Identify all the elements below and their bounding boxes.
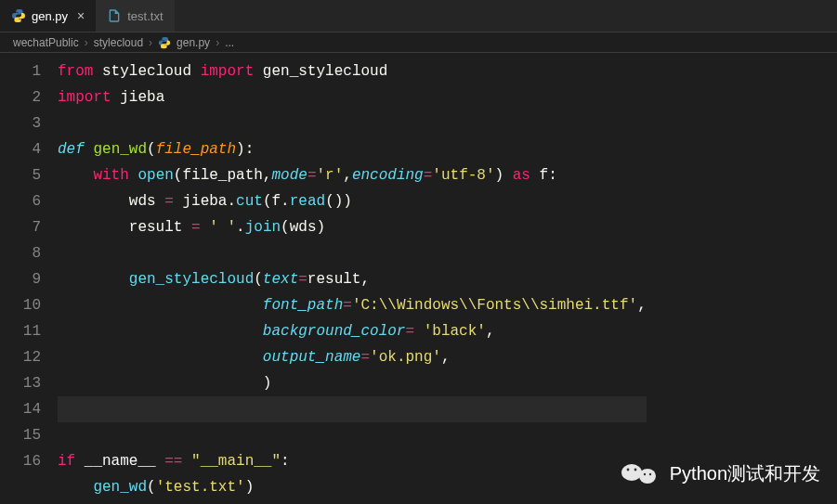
svg-point-3 — [634, 469, 636, 472]
python-icon — [11, 8, 26, 23]
breadcrumb-trailing[interactable]: ... — [225, 36, 234, 49]
line-number: 3 — [0, 110, 41, 136]
line-number: 10 — [0, 292, 41, 318]
chevron-right-icon: › — [216, 36, 219, 49]
code-line[interactable]: with open(file_path,mode='r',encoding='u… — [58, 167, 557, 184]
tab-gen-py[interactable]: gen.py × — [0, 0, 96, 32]
line-number: 9 — [0, 266, 41, 292]
code-line[interactable]: background_color= 'black', — [58, 323, 495, 340]
chevron-right-icon: › — [85, 36, 88, 49]
svg-point-0 — [621, 464, 642, 481]
code-line[interactable]: def gen_wd(file_path): — [58, 141, 254, 158]
code-line[interactable]: font_path='C:\\Windows\\Fonts\\simhei.tt… — [58, 297, 647, 314]
code-line[interactable] — [58, 115, 67, 132]
close-icon[interactable]: × — [77, 8, 85, 23]
watermark-text: Python测试和开发 — [670, 461, 820, 486]
svg-point-5 — [649, 473, 651, 475]
line-number: 14 — [0, 396, 41, 422]
code-line[interactable]: gen_wd('test.txt') — [58, 479, 254, 496]
line-number: 4 — [0, 136, 41, 162]
line-number: 8 — [0, 240, 41, 266]
line-number: 1 — [0, 58, 41, 84]
code-line[interactable]: wds = jieba.cut(f.read()) — [58, 193, 352, 210]
line-number: 11 — [0, 318, 41, 344]
line-number: 5 — [0, 162, 41, 188]
line-number: 12 — [0, 344, 41, 370]
svg-point-2 — [626, 469, 629, 472]
tab-bar: gen.py × test.txt — [0, 0, 837, 32]
code-line[interactable]: result = ' '.join(wds) — [58, 219, 325, 236]
python-icon — [158, 36, 171, 49]
tab-label: gen.py — [32, 9, 68, 23]
code-line[interactable]: gen_stylecloud(text=result, — [58, 271, 370, 288]
line-number: 13 — [0, 370, 41, 396]
watermark: Python测试和开发 — [620, 459, 820, 487]
text-file-icon — [107, 8, 122, 23]
svg-point-4 — [644, 473, 646, 475]
breadcrumb-segment[interactable]: gen.py — [177, 36, 210, 49]
line-number: 16 — [0, 448, 41, 474]
code-line[interactable] — [58, 396, 647, 422]
line-number: 15 — [0, 422, 41, 448]
code-line[interactable]: if __name__ == "__main__": — [58, 453, 290, 470]
tab-test-txt[interactable]: test.txt — [96, 0, 174, 32]
code-line[interactable]: from stylecloud import gen_stylecloud — [58, 63, 387, 80]
svg-point-1 — [639, 469, 656, 484]
tab-label: test.txt — [127, 9, 163, 23]
line-number: 6 — [0, 188, 41, 214]
code-area[interactable]: from stylecloud import gen_stylecloud im… — [58, 53, 647, 500]
chevron-right-icon: › — [149, 36, 152, 49]
breadcrumb-segment[interactable]: stylecloud — [94, 36, 143, 49]
code-line[interactable]: import jieba — [58, 89, 164, 106]
line-gutter: 12345678910111213141516 — [0, 53, 58, 500]
wechat-icon — [620, 459, 660, 487]
code-line[interactable]: ) — [58, 375, 271, 392]
line-number: 7 — [0, 214, 41, 240]
code-editor[interactable]: 12345678910111213141516 from stylecloud … — [0, 53, 837, 500]
breadcrumb: wechatPublic›stylecloud›gen.py›... — [0, 32, 837, 53]
code-line[interactable]: output_name='ok.png', — [58, 349, 451, 366]
line-number: 2 — [0, 84, 41, 110]
breadcrumb-segment[interactable]: wechatPublic — [13, 36, 79, 49]
code-line[interactable] — [58, 245, 67, 262]
